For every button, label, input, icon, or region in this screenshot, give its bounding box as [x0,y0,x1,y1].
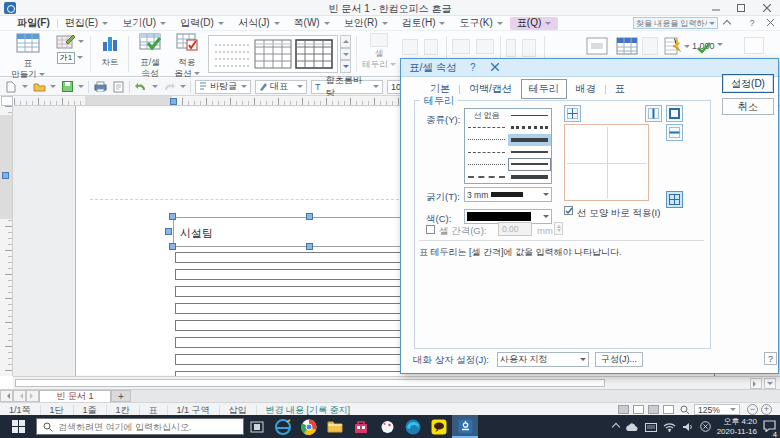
taskbar-search-input[interactable] [58,422,237,432]
chart-button[interactable]: 차트 [94,33,126,67]
line-style-fine-dotted[interactable] [465,134,508,146]
apply-all-borders-button[interactable] [666,191,683,208]
selection-handle[interactable] [169,243,176,250]
preview-button[interactable] [111,80,125,93]
table-cell-properties-button[interactable]: 표/셀 속성 [132,33,168,78]
dialog-setting-combo[interactable]: 사용자 지정 [497,352,589,367]
tab-table[interactable]: 표 [608,80,632,98]
taskbar-clock[interactable]: 오후 4:20 2020-11-16 [717,417,757,437]
line-style-medium[interactable] [508,146,551,158]
apply-inner-borders-button[interactable] [564,105,581,122]
tray-expand-icon[interactable] [613,424,619,430]
configure-button[interactable]: 구성(J)... [595,352,643,367]
tab-border[interactable]: 테두리 [521,79,567,99]
selection-handle[interactable] [165,228,172,235]
ruler-corner-button[interactable] [1,96,13,106]
create-table-button[interactable]: 표 만들기 [8,33,48,79]
apply-options-button[interactable]: 적용 옵션 [170,33,204,78]
menu-input[interactable]: 입력(D) [173,17,231,30]
gallery-up-button[interactable] [340,35,351,48]
action-center-button[interactable]: 4 [763,418,776,436]
line-style-long-dash[interactable] [465,171,508,183]
view-mode-page-icon[interactable] [633,405,644,414]
apply-horizontal-border-button[interactable] [666,124,683,141]
line-style-dotted-bold[interactable] [508,121,551,133]
line-style-dash-dot[interactable] [465,146,508,158]
start-button[interactable] [0,415,36,438]
caption-table-button[interactable] [616,37,638,59]
undo-button[interactable] [134,80,148,93]
style-preview-bordered[interactable] [295,39,333,69]
formula-button[interactable] [664,37,690,55]
tab-margin-caption[interactable]: 여백/캡션 [462,80,519,98]
menu-format[interactable]: 서식(J) [231,17,287,30]
print-button[interactable] [93,80,107,93]
file-explorer-icon[interactable] [322,415,348,438]
style-preview-lined[interactable] [254,39,292,69]
line-style-solid[interactable] [508,109,551,121]
apply-vertical-border-button[interactable] [645,105,662,122]
task-view-button[interactable] [244,415,270,438]
menu-help-button[interactable]: ? [744,18,760,28]
apply-button[interactable]: 설정(D) [722,74,774,93]
menu-page[interactable]: 쪽(W) [287,17,337,30]
paragraph-style-combo[interactable]: 바탕글 [195,80,251,94]
zoom-in-button[interactable]: + [761,404,772,415]
gallery-down-button[interactable] [340,48,351,61]
cancel-button[interactable]: 취소 [722,98,774,115]
horizontal-scrollbar[interactable] [13,376,780,389]
dialog-help-button[interactable]: ? [467,62,479,73]
selection-handle[interactable] [306,213,313,220]
taskbar-search-box[interactable] [36,418,244,435]
new-document-button[interactable] [4,80,18,93]
menu-tools[interactable]: 도구(K) [452,17,509,30]
ribbon-collapse-button[interactable] [724,18,740,27]
add-tab-button[interactable]: + [111,390,131,402]
keyboard-layout-icon[interactable] [645,418,657,436]
menu-view[interactable]: 보기(U) [115,17,173,30]
line-style-dash-dot-dot[interactable] [465,158,508,170]
scroll-down-button[interactable] [764,378,776,389]
scroll-right-button[interactable] [750,378,762,389]
bird-app-icon[interactable] [374,415,400,438]
char-table-button[interactable]: 가1 [57,52,83,64]
zoom-level-combo[interactable]: 125% [694,404,740,415]
prev-tab-button[interactable] [13,390,26,402]
kakaotalk-icon[interactable] [426,415,452,438]
menu-file[interactable]: 파일(F) [10,17,57,30]
line-style-extra-thick[interactable] [508,171,551,183]
style-preview-dotted[interactable] [213,39,251,69]
view-mode-width-icon[interactable] [663,405,674,414]
table-draw-button[interactable] [56,33,84,49]
dialog-close-button[interactable] [489,62,501,73]
close-button[interactable] [757,1,777,14]
view-mode-full-icon[interactable] [618,405,629,414]
status-insert-mode[interactable]: 삽입 [220,405,257,415]
border-width-combo[interactable]: 3 mm [464,187,552,202]
status-track-changes[interactable]: 변경 내용 [기록 중지] [257,405,360,415]
menu-security[interactable]: 보안(R) [337,17,395,30]
maximize-button[interactable] [731,1,751,14]
zoom-out-button[interactable]: − [747,404,758,415]
find-input[interactable] [636,19,707,28]
save-button[interactable] [60,80,74,93]
rep-style-combo[interactable]: 대표 [255,80,307,94]
scrollbar-thumb[interactable] [15,379,605,387]
menu-table-active[interactable]: 표(Q) [510,17,558,30]
document-tab[interactable]: 빈 문서 1 [39,390,111,402]
line-style-none[interactable]: 선 없음 [465,109,508,121]
apply-line-shape-checkbox[interactable] [564,206,573,215]
chrome-icon[interactable] [296,415,322,438]
store-icon[interactable] [348,415,374,438]
menu-edit[interactable]: 편집(E) [58,17,115,30]
first-tab-button[interactable] [0,390,13,402]
menu-review[interactable]: 검토(H) [395,17,453,30]
line-style-bold-focused[interactable] [508,158,551,170]
speaker-icon[interactable] [682,418,694,436]
cell-gap-checkbox[interactable] [426,225,435,234]
ruler-tab-marker[interactable] [2,172,9,179]
gallery-expand-button[interactable] [340,60,351,73]
onedrive-cloud-icon[interactable] [625,418,639,436]
line-style-thick-selected[interactable] [508,134,551,146]
view-mode-fit-icon[interactable] [648,405,659,414]
